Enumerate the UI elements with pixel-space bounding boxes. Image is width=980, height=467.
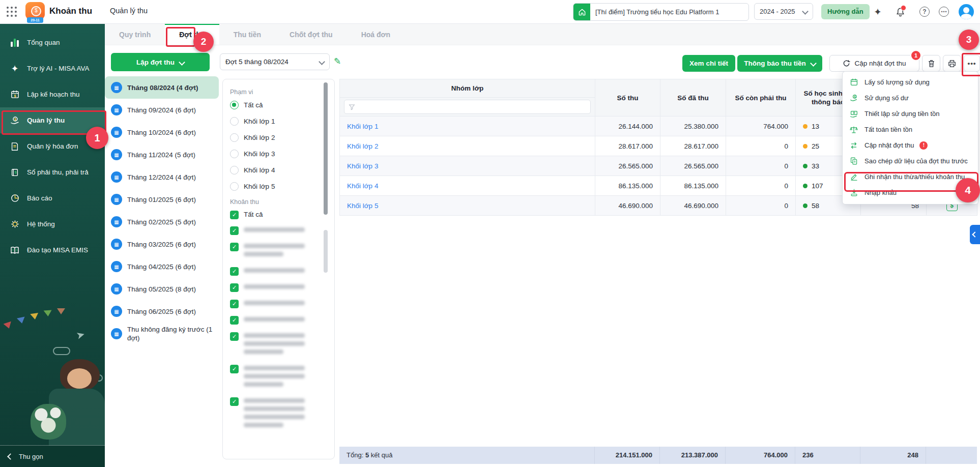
menu-item-sao-chep[interactable]: Sao chép dữ liệu của đợt thu trước	[843, 153, 978, 169]
create-batch-button[interactable]: Lập đợt thu	[111, 53, 210, 71]
ai-sparkle-icon[interactable]: ✦	[871, 5, 884, 18]
month-item[interactable]: ▦ Tháng 06/2025 (6 đợt)	[105, 300, 219, 323]
checkbox-checked-icon: ✓	[230, 316, 239, 325]
class-group-link[interactable]: Khối lớp 3	[340, 156, 595, 176]
topnav-quan-ly-thu[interactable]: Quản lý thu	[110, 7, 148, 15]
topbar: $ 20-11 Khoản thu Quản lý thu [Thí điểm]…	[0, 0, 980, 24]
footer-extra: 248	[860, 447, 926, 464]
update-badge: 1	[910, 50, 921, 61]
notification-bell-icon[interactable]	[893, 5, 907, 18]
month-item[interactable]: ▦ Tháng 03/2025 (6 đợt)	[105, 233, 219, 255]
fee-checkbox-all[interactable]: ✓ Tất cả	[230, 211, 327, 219]
menu-item-lay-so-luong[interactable]: Lấy số lượng sử dụng	[843, 74, 978, 90]
sidebar-item-he-thong[interactable]: Hệ thống	[0, 211, 105, 237]
scope-radio-option[interactable]: Tất cả	[230, 101, 327, 109]
menu-item-su-dung-so-du[interactable]: $ Sử dụng số dư	[843, 90, 978, 106]
more-options-icon[interactable]: ⋯	[937, 5, 950, 18]
checkbox-checked-icon: ✓	[230, 211, 239, 219]
user-avatar[interactable]	[959, 4, 974, 19]
month-item[interactable]: ▦ Tháng 04/2025 (6 đợt)	[105, 255, 219, 278]
column-filter-input[interactable]	[344, 100, 591, 114]
month-item[interactable]: ▦ Tháng 05/2025 (8 đợt)	[105, 278, 219, 300]
class-group-link[interactable]: Khối lớp 1	[340, 116, 595, 136]
radio-icon	[230, 182, 239, 191]
gear-icon	[9, 219, 20, 230]
update-batch-button[interactable]: Cập nhật đợt thu	[829, 55, 919, 72]
month-label: Tháng 04/2025 (6 đợt)	[127, 262, 199, 271]
delete-button[interactable]	[922, 55, 940, 72]
menu-item-cap-nhat-dot-thu[interactable]: Cập nhật đợt thu !	[843, 137, 978, 153]
menu-item-label: Sử dụng số dư	[864, 94, 909, 102]
tab[interactable]: Hoá đơn	[347, 23, 405, 45]
month-item[interactable]: ▦ Tháng 09/2024 (6 đợt)	[105, 99, 219, 121]
month-item[interactable]: ▦ Tháng 08/2024 (4 đợt)	[105, 76, 219, 99]
view-detail-button[interactable]: Xem chi tiết	[682, 55, 735, 72]
fee-checkbox-item[interactable]: ✓	[230, 226, 327, 236]
edit-batch-pencil-icon[interactable]: ✎	[334, 56, 345, 67]
col-header-so-con-phai-thu[interactable]: Số còn phải thu	[726, 79, 796, 116]
status-dot	[803, 184, 808, 188]
sidebar-item-so-phai-thu[interactable]: $ Sổ phải thu, phải trả	[0, 159, 105, 185]
tab-label: Hoá đơn	[361, 31, 390, 39]
col-header-so-da-thu[interactable]: Số đã thu	[660, 79, 726, 116]
menu-item-thiet-lap-tien-ton[interactable]: Thiết lập sử dụng tiền tồn	[843, 106, 978, 122]
chevron-down-icon	[810, 60, 817, 67]
scope-radio-option[interactable]: Khối lớp 2	[230, 133, 327, 142]
month-item[interactable]: ▦ Tháng 02/2025 (5 đợt)	[105, 211, 219, 233]
app-grid-icon[interactable]	[7, 7, 17, 17]
month-item[interactable]: ▦ Tháng 11/2024 (5 đợt)	[105, 143, 219, 166]
class-group-link[interactable]: Khối lớp 2	[340, 136, 595, 156]
col-header-so-thu[interactable]: Số thu	[595, 79, 660, 116]
sidebar-item-tro-ly-ai[interactable]: ✦ Trợ lý AI - MISA AVA	[0, 55, 105, 81]
paper-plane-icon: ➤	[75, 328, 86, 342]
month-item[interactable]: ▦ Tháng 10/2024 (6 đợt)	[105, 121, 219, 143]
fee-checkbox-item[interactable]: ✓	[230, 300, 327, 309]
menu-item-label: Lấy số lượng sử dụng	[864, 78, 930, 86]
panel-expand-handle[interactable]	[970, 225, 980, 244]
sidebar-item-tong-quan[interactable]: Tổng quan	[0, 30, 105, 55]
fee-checkbox-item[interactable]: ✓	[230, 283, 327, 293]
status-dot	[803, 164, 808, 168]
tab[interactable]: Thu tiền	[219, 23, 275, 45]
cloud-icon	[90, 374, 103, 382]
batch-select[interactable]: Đợt 5 tháng 08/2024	[220, 53, 330, 70]
fee-checkbox-item[interactable]: ✓	[230, 316, 327, 325]
notify-collect-button[interactable]: Thông báo thu tiền	[737, 55, 822, 72]
scope-radio-option[interactable]: Khối lớp 1	[230, 117, 327, 126]
sidebar-item-bao-cao[interactable]: Báo cáo	[0, 185, 105, 211]
scope-radio-option[interactable]: Khối lớp 4	[230, 166, 327, 174]
tab[interactable]: Chốt đợt thu	[275, 23, 347, 45]
month-label: Tháng 11/2024 (5 đợt)	[127, 151, 198, 159]
fee-checkbox-item[interactable]: ✓	[230, 332, 327, 358]
class-group-link[interactable]: Khối lớp 4	[340, 176, 595, 196]
cloud-icon	[53, 347, 70, 355]
scope-radio-option[interactable]: Khối lớp 3	[230, 150, 327, 158]
month-item[interactable]: ▦ Thu không đăng ký trước (1 đợt)	[105, 323, 219, 345]
menu-item-tat-toan-tien-ton[interactable]: Tất toán tiền tồn	[843, 122, 978, 137]
tab[interactable]: Quy trình	[105, 23, 165, 45]
month-item[interactable]: ▦ Tháng 01/2025 (6 đợt)	[105, 188, 219, 211]
filter-scrollbar-thumb-lower[interactable]	[324, 230, 328, 273]
fee-checkbox-item[interactable]: ✓	[230, 243, 327, 260]
more-actions-button[interactable]: •••	[964, 55, 980, 72]
swap-icon	[849, 140, 859, 151]
class-group-link[interactable]: Khối lớp 5	[340, 196, 595, 216]
help-icon[interactable]: ?	[918, 5, 931, 18]
status-dot	[803, 144, 808, 149]
fee-checkbox-item[interactable]: ✓	[230, 397, 327, 431]
fee-checkbox-item[interactable]: ✓	[230, 365, 327, 390]
scope-radio-option[interactable]: Khối lớp 5	[230, 182, 327, 191]
school-year-select[interactable]: 2024 - 2025	[754, 3, 813, 20]
month-item[interactable]: ▦ Tháng 12/2024 (4 đợt)	[105, 166, 219, 188]
filter-scrollbar-thumb[interactable]	[324, 82, 328, 215]
col-header-nhom-lop[interactable]: Nhóm lớp	[340, 79, 595, 98]
sidebar-collapse-button[interactable]: Thu gọn	[0, 445, 105, 467]
sidebar-item-label: Quản lý thu	[27, 116, 65, 124]
school-selector[interactable]: [Thí điểm] Trường tiểu học Edu Platform …	[573, 3, 749, 21]
fee-checkbox-item[interactable]: ✓	[230, 267, 327, 276]
guide-button[interactable]: Hướng dẫn	[821, 4, 870, 19]
sidebar-item-dao-tao[interactable]: Đào tạo MISA EMIS	[0, 237, 105, 263]
sidebar-item-lap-ke-hoach-thu[interactable]: $ Lập kế hoạch thu	[0, 81, 105, 107]
print-button[interactable]	[943, 55, 961, 72]
footer-so-thu: 214.151.000	[595, 447, 660, 464]
